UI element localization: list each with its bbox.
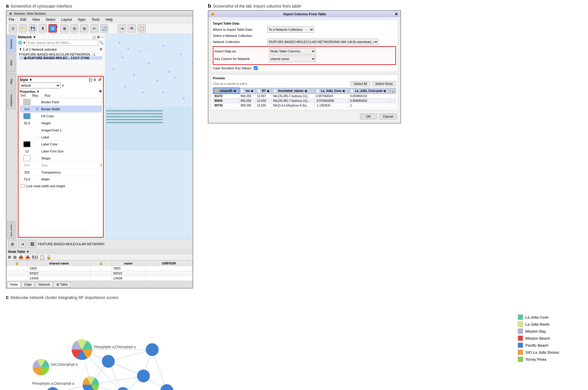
nt-col-gnpsgr[interactable]: GNPSGR (145, 261, 192, 266)
col-ann-icon: 📄 (273, 89, 277, 93)
network-close-icon[interactable]: − (101, 35, 103, 39)
col-ann-sort[interactable]: ◀ (304, 89, 307, 92)
style-default-select[interactable]: default (20, 83, 61, 88)
col-sort-icon[interactable]: ◀ (233, 89, 236, 92)
style-collapse-icon[interactable]: ▢ (89, 78, 92, 82)
toolbar-btn-1[interactable]: ⊙ (9, 24, 17, 32)
legend-swatch-torrey-pines (518, 357, 523, 362)
sidebar-tab-style[interactable]: Style (7, 54, 16, 72)
nt-btn-7[interactable]: 🔒 (46, 255, 51, 260)
nt-btn-3[interactable]: 📥 (18, 255, 23, 260)
canvas-btn-img[interactable]: 🖼 (28, 240, 36, 248)
sidebar-tab-layout[interactable]: Layout Tools (7, 221, 16, 239)
tab-network[interactable]: Network (36, 282, 53, 287)
nt-col-shared-name[interactable]: shared name (28, 261, 90, 266)
col-ann[interactable]: 📄 Annotated_names ◀ (272, 88, 314, 94)
case-sensitive-checkbox[interactable] (254, 66, 258, 70)
canvas-btn-share[interactable]: ⇥ (18, 240, 26, 248)
search-icon[interactable]: 🔍 (99, 41, 104, 45)
select-none-button[interactable]: Select None (372, 81, 396, 86)
nt-btn-5[interactable]: f(x) (32, 255, 38, 260)
col-rt-sort[interactable]: ◀ (267, 89, 269, 92)
col-cov[interactable]: 📄 La_Jolla_Cove ◀ (315, 88, 349, 94)
import-data-highlight: Import Data as: Node Table Columns Key C… (213, 46, 396, 65)
menu-apps[interactable]: Apps (76, 17, 87, 22)
col-cov-label: La_Jolla_Cove (321, 89, 341, 92)
nt-btn-1[interactable]: ⚙ (8, 255, 11, 260)
border-paint-swatch[interactable] (23, 99, 30, 105)
toolbar-btn-12[interactable]: 📋 (138, 24, 146, 32)
node-blue-7 (46, 387, 59, 390)
import-data-select[interactable]: Node Table Columns (269, 48, 316, 54)
toolbar-btn-6[interactable]: ⊖ (70, 24, 78, 32)
ok-button[interactable]: OK (360, 114, 377, 119)
toolbar-btn-2[interactable]: 📁 (19, 24, 27, 32)
select-all-button[interactable]: Select All (351, 81, 370, 86)
key-column-select[interactable]: shared name (269, 56, 316, 62)
menu-tools[interactable]: Tools (90, 17, 101, 22)
toolbar-btn-7[interactable]: ⊚ (80, 24, 88, 32)
tab-table[interactable]: ⊞ Table (54, 282, 70, 287)
menu-layout[interactable]: Layout (60, 17, 73, 22)
toolbar-btn-11[interactable]: 👁 (128, 24, 136, 32)
legend-swatch-pacific-beach (518, 343, 523, 348)
shape-swatch[interactable] (23, 155, 30, 161)
col-byp: Byp. (45, 94, 51, 97)
toolbar-btn-5[interactable]: ⊕ (60, 24, 68, 32)
col-uniqueid[interactable]: 🔑 uniqueID ◀ (213, 88, 239, 94)
network-gear-icon[interactable]: ⚙ (100, 47, 102, 51)
canvas-btn-grid[interactable]: ⊞ (8, 240, 16, 248)
tab-node[interactable]: Node (8, 282, 20, 287)
col-rt[interactable]: 📄 RT ◀ (256, 88, 272, 94)
window-title: Session: New Session (14, 12, 46, 15)
node-table: 🔒 shared name 🔒 name GNPSGR 1903 (6, 260, 193, 281)
col-mz[interactable]: 📄 mz ◀ (239, 88, 256, 94)
tab-edge[interactable]: Edge (22, 282, 35, 287)
sidebar-tab-annotation[interactable]: Annotation (7, 92, 16, 109)
row-lock-2 (90, 271, 112, 276)
col-mz-sort[interactable]: ◀ (251, 89, 253, 92)
col-pval[interactable]: 📄 La_Jolla_Cove.pval ◀ (349, 88, 390, 94)
menu-select[interactable]: Select (44, 17, 56, 22)
style-menu-icon[interactable]: ≡ (62, 83, 64, 87)
fill-color-swatch[interactable] (23, 113, 30, 119)
nt-col-name[interactable]: name (112, 261, 145, 266)
col-pval-sort[interactable]: ◀ (383, 89, 385, 92)
cancel-button[interactable]: Cancel (379, 114, 397, 119)
lock-checkbox[interactable] (21, 184, 25, 188)
network-collapse-icon[interactable]: ▢ (92, 35, 96, 39)
style-pin-icon[interactable]: 📌 (97, 78, 102, 82)
col-more: ... (390, 88, 396, 94)
style-settings-icon[interactable]: ☆ (93, 78, 96, 82)
menu-help[interactable]: Help (104, 17, 114, 22)
cluster-panel: Pheophytin a;Chlorophyll a NA;Chlorophyl… (6, 303, 582, 390)
props-settings-icon[interactable]: ⚙ (99, 90, 102, 93)
label-color-swatch[interactable] (23, 141, 30, 147)
network-collection-select[interactable]: FEATURE-BASED-MOLECULAR-NETWORKING-b66 1… (267, 39, 378, 45)
row-shared-1: 1903 (28, 266, 90, 271)
menubar[interactable]: File Edit View Select Layout Apps Tools … (6, 16, 193, 23)
import-close-button[interactable]: ✕ (395, 12, 398, 16)
toolbar-btn-3[interactable]: 💾 (29, 24, 37, 32)
sidebar-tab-network[interactable]: Network (7, 35, 16, 53)
nt-btn-6[interactable]: 📋 (40, 255, 44, 260)
where-select[interactable]: To a Network Collection (267, 26, 314, 33)
nt-btn-2[interactable]: ⊞ (13, 255, 17, 260)
search-input[interactable] (26, 40, 98, 46)
network-settings-icon[interactable]: ⚙ (97, 35, 100, 39)
toolbar-btn-4[interactable]: ⬇ (39, 24, 47, 32)
cell-more-2 (390, 99, 396, 103)
sidebar-tab-filter[interactable]: Filter (7, 73, 16, 90)
network-item-1[interactable]: FEATURE-BASED-MOLECULAR-NETWORKIN... (21, 53, 93, 56)
menu-edit[interactable]: Edit (19, 17, 28, 22)
toolbar-btn-10[interactable]: ⇥ (118, 24, 126, 32)
toolbar-btn-8[interactable]: ↩ (90, 24, 98, 32)
menu-view[interactable]: View (31, 17, 41, 22)
svg-text:■■■■■■■■■■■■■■■■■■■■■■■■■■■■■■: ■■■■■■■■■■■■■■■■■■■■■■■■■■■■■■■■■■■■■■■■ (106, 109, 163, 112)
prop-row-fill-color: Fill Color ‹ (20, 113, 102, 120)
menu-file[interactable]: File (8, 17, 16, 22)
nt-btn-4[interactable]: 📤 (25, 255, 30, 260)
toolbar-btn-9[interactable]: 🔄 (100, 24, 108, 32)
col-cov-sort[interactable]: ◀ (342, 89, 344, 92)
network-item-2[interactable]: FEATURE-BASED-MOLEC... (28, 56, 70, 60)
